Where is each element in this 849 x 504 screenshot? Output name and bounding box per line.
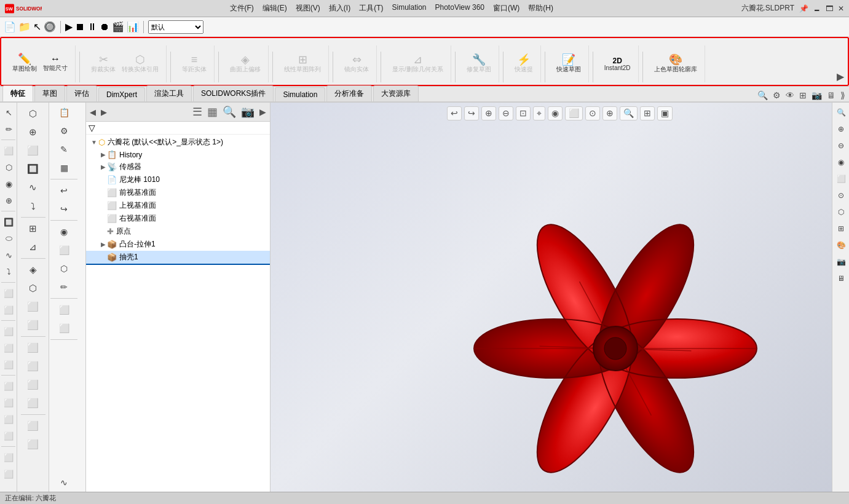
pattern-icon[interactable]: ⬜: [1, 286, 16, 301]
ref-plane-icon[interactable]: ⬜: [1, 324, 16, 339]
tree-icon-search[interactable]: 🔍: [221, 104, 237, 120]
vp-zoom-in-icon[interactable]: ⊕: [481, 106, 496, 120]
fillet-icon[interactable]: 🔲: [1, 215, 16, 229]
rs-icon-8[interactable]: ⊞: [834, 221, 848, 236]
tree-item-material[interactable]: 📄 尼龙棒 1010: [86, 173, 270, 186]
vp-zoom-out-icon[interactable]: ⊖: [499, 106, 513, 120]
ribbon-expand-icon[interactable]: ▶: [837, 71, 844, 82]
tree-item-sensor[interactable]: ▶ 📡 传感器: [86, 160, 270, 173]
fm-tab-tree[interactable]: 📋: [50, 104, 77, 121]
ribbon-btn-show-geo[interactable]: ⊿ 显示/删除几何关系: [390, 53, 446, 75]
lp2-icon-11[interactable]: ⬜: [20, 298, 47, 315]
fm-action-8[interactable]: ⬜: [50, 320, 77, 337]
extrude-icon[interactable]: ⬜: [1, 143, 16, 158]
minimize-icon[interactable]: 🗕: [813, 4, 821, 13]
tree-icon-camera[interactable]: 📷: [240, 104, 256, 120]
tree-root-item[interactable]: ▼ ⬡ 六瓣花 (默认<<默认>_显示状态 1>): [86, 136, 270, 149]
fm-action-2[interactable]: ↪: [50, 200, 77, 218]
rs-icon-11[interactable]: 🖥: [834, 271, 848, 286]
vp-undo-icon[interactable]: ↩: [447, 106, 462, 120]
menu-tools[interactable]: 工具(T): [359, 3, 383, 14]
ribbon-btn-trim[interactable]: ✂ 剪裁实体: [89, 53, 118, 75]
tree-item-front-plane[interactable]: ⬜ 前视基准面: [86, 186, 270, 199]
lp2-icon-5[interactable]: ∿: [20, 179, 47, 196]
tree-back-icon[interactable]: ◀: [89, 106, 97, 118]
instant-icon[interactable]: ⬜: [1, 450, 16, 465]
eye-icon[interactable]: 👁: [784, 89, 796, 101]
ref-point-icon[interactable]: ⬜: [1, 357, 16, 372]
vp-render-icon[interactable]: ⊞: [640, 106, 655, 120]
ribbon-btn-quick-sketch[interactable]: 📝 快速草图: [554, 53, 583, 75]
ribbon-btn-caotu[interactable]: ✏️ 草图绘制: [10, 52, 39, 74]
draft-icon[interactable]: ⤵: [1, 264, 16, 279]
fm-tab-display[interactable]: ▦: [50, 159, 77, 176]
select-tool-icon[interactable]: ↖: [1, 105, 16, 120]
search-icon[interactable]: 🔍: [756, 89, 769, 101]
new-icon[interactable]: 📄: [4, 21, 16, 33]
menu-photoview[interactable]: PhotoView 360: [435, 3, 485, 14]
pause-icon[interactable]: ⏸: [87, 22, 97, 33]
ribbon-btn-quick-lift[interactable]: ⚡ 快速提: [512, 53, 535, 75]
fm-action-7[interactable]: ⬜: [50, 301, 77, 318]
vp-fit-icon[interactable]: ⊡: [516, 106, 531, 120]
settings-icon[interactable]: ⚙: [772, 89, 782, 101]
stop-icon[interactable]: ⏹: [75, 22, 85, 33]
layout-icon[interactable]: 📊: [127, 21, 139, 33]
rs-icon-10[interactable]: 📷: [834, 254, 848, 269]
vp-scene-icon[interactable]: 🔍: [620, 106, 638, 120]
ribbon-btn-convert[interactable]: ⬡ 转换实体引用: [119, 53, 161, 75]
lp2-icon-2[interactable]: ⊕: [20, 124, 47, 141]
lp2-icon-12[interactable]: ⬜: [20, 317, 47, 334]
revolve-icon[interactable]: ⬡: [1, 160, 16, 175]
fm-icon-bottom[interactable]: ∿: [50, 474, 77, 491]
fm-action-3[interactable]: ◉: [50, 223, 77, 240]
lp2-icon-8[interactable]: ⊿: [20, 238, 47, 256]
mold-icon[interactable]: ⬜: [1, 428, 16, 443]
record-icon[interactable]: ⏺: [100, 22, 109, 33]
sweep-icon[interactable]: ◉: [1, 176, 16, 191]
weld-icon[interactable]: ⬜: [1, 412, 16, 427]
lp2-icon-4[interactable]: 🔲: [20, 160, 47, 178]
vp-view-icon[interactable]: ▣: [657, 106, 673, 120]
expand-right-icon[interactable]: ⟫: [839, 89, 847, 101]
maximize-icon[interactable]: 🗖: [826, 4, 833, 13]
curves-icon[interactable]: ⬜: [1, 379, 16, 393]
tab-sketch[interactable]: 草图: [34, 85, 65, 101]
select-icon[interactable]: ↖: [33, 21, 41, 33]
viewport[interactable]: ↩ ↪ ⊕ ⊖ ⊡ ⌖ ◉ ⬜ ⊙ ⊕ 🔍 ⊞ ▣: [270, 103, 849, 492]
surface-icon[interactable]: ⬜: [1, 395, 16, 410]
filter-icon[interactable]: 🔘: [44, 21, 56, 33]
ribbon-btn-smart-dim[interactable]: ↔ 智能尺寸: [41, 53, 70, 74]
ribbon-btn-color-sketch[interactable]: 🎨 上色草图轮廓库: [652, 53, 700, 75]
lp2-icon-13[interactable]: ⬜: [20, 339, 47, 356]
ribbon-btn-instant2d[interactable]: 2D Instant2D: [602, 56, 633, 73]
play-icon[interactable]: ▶: [65, 21, 73, 33]
ribbon-btn-mirror[interactable]: ⇔ 镜向实体: [342, 53, 371, 75]
shell-icon[interactable]: ∿: [1, 248, 16, 262]
tab-render[interactable]: 渲染工具: [146, 85, 192, 101]
menu-view[interactable]: 视图(V): [296, 3, 320, 14]
lp2-icon-10[interactable]: ⬡: [20, 280, 47, 297]
fm-action-1[interactable]: ↩: [50, 182, 77, 199]
scheme-select[interactable]: 默认: [148, 20, 203, 34]
grid-icon[interactable]: ⊞: [798, 89, 808, 101]
rs-icon-2[interactable]: ⊕: [834, 122, 848, 136]
mirror-icon-left[interactable]: ⬜: [1, 302, 16, 317]
vp-section-icon[interactable]: ⬜: [565, 106, 583, 120]
menu-edit[interactable]: 编辑(E): [263, 3, 287, 14]
tab-simulation[interactable]: Simulation: [275, 87, 325, 101]
close-icon[interactable]: ✕: [838, 4, 844, 13]
tree-item-history[interactable]: ▶ 📋 History: [86, 149, 270, 160]
ribbon-btn-repair[interactable]: 🔧 修复草图: [464, 53, 494, 75]
vp-orientation-icon[interactable]: ◉: [548, 106, 563, 120]
menu-file[interactable]: 文件(F): [230, 3, 254, 14]
vp-redo-icon[interactable]: ↪: [464, 106, 479, 120]
display-icon[interactable]: 🖥: [826, 89, 837, 101]
open-icon[interactable]: 📁: [18, 21, 31, 33]
fm-action-6[interactable]: ✏: [50, 278, 77, 296]
tab-dimxpert[interactable]: DimXpert: [98, 87, 145, 101]
sketch-tool-icon[interactable]: ✏: [1, 122, 16, 136]
filter-icon-tree[interactable]: ▽: [89, 123, 95, 133]
menu-help[interactable]: 帮助(H): [528, 3, 553, 14]
tree-item-origin[interactable]: ✚ 原点: [86, 225, 270, 238]
